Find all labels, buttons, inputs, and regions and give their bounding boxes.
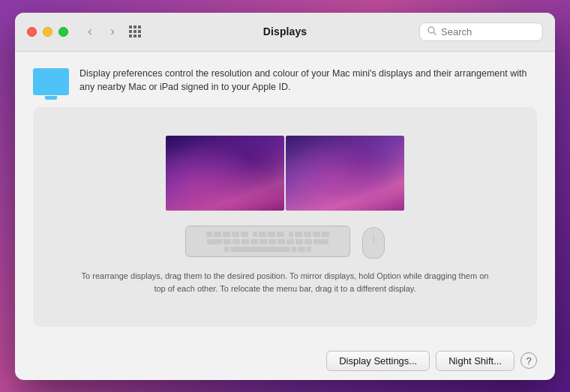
svg-rect-7 bbox=[134, 34, 136, 37]
back-button[interactable]: ‹ bbox=[80, 22, 100, 41]
svg-line-10 bbox=[434, 32, 436, 34]
chevron-left-icon: ‹ bbox=[88, 25, 92, 38]
search-icon bbox=[428, 26, 436, 37]
display-left[interactable] bbox=[166, 136, 284, 211]
forward-button[interactable]: › bbox=[103, 22, 122, 41]
displays-container bbox=[166, 136, 404, 211]
svg-rect-2 bbox=[138, 25, 141, 28]
grid-view-button[interactable] bbox=[125, 22, 145, 41]
search-input[interactable] bbox=[441, 26, 531, 37]
rearrange-instructions: To rearrange displays, drag them to the … bbox=[75, 270, 495, 295]
keyboard-mouse-row bbox=[185, 226, 385, 259]
description-row: Display preferences control the resoluti… bbox=[33, 67, 537, 95]
description-text: Display preferences control the resoluti… bbox=[80, 67, 537, 95]
display-right[interactable] bbox=[286, 136, 404, 211]
svg-point-9 bbox=[428, 27, 434, 33]
search-bar[interactable] bbox=[419, 22, 543, 41]
svg-rect-6 bbox=[129, 34, 132, 37]
svg-rect-3 bbox=[129, 30, 132, 33]
main-content: Display preferences control the resoluti… bbox=[15, 52, 555, 342]
svg-rect-4 bbox=[134, 30, 136, 33]
night-shift-button[interactable]: Night Shift... bbox=[436, 351, 514, 371]
svg-rect-1 bbox=[134, 25, 136, 28]
keyboard-icon bbox=[185, 226, 350, 259]
close-button[interactable] bbox=[27, 27, 37, 37]
display-icon bbox=[33, 68, 69, 95]
help-button[interactable]: ? bbox=[520, 352, 537, 369]
display-arrangement-panel: To rearrange displays, drag them to the … bbox=[33, 107, 537, 327]
grid-icon bbox=[129, 25, 141, 37]
titlebar: ‹ › Displays bbox=[15, 13, 555, 52]
traffic-lights bbox=[27, 27, 68, 37]
maximize-button[interactable] bbox=[58, 27, 68, 37]
minimize-button[interactable] bbox=[43, 27, 52, 37]
system-preferences-window: ‹ › Displays bbox=[15, 13, 555, 380]
svg-rect-0 bbox=[129, 25, 132, 28]
svg-rect-8 bbox=[138, 34, 141, 37]
window-title: Displays bbox=[263, 25, 307, 37]
nav-buttons: ‹ › bbox=[80, 22, 122, 41]
bottom-buttons: Display Settings... Night Shift... ? bbox=[15, 342, 555, 380]
mouse-icon bbox=[362, 227, 385, 259]
display-settings-button[interactable]: Display Settings... bbox=[326, 351, 430, 371]
svg-rect-5 bbox=[138, 30, 141, 33]
chevron-right-icon: › bbox=[110, 25, 114, 38]
